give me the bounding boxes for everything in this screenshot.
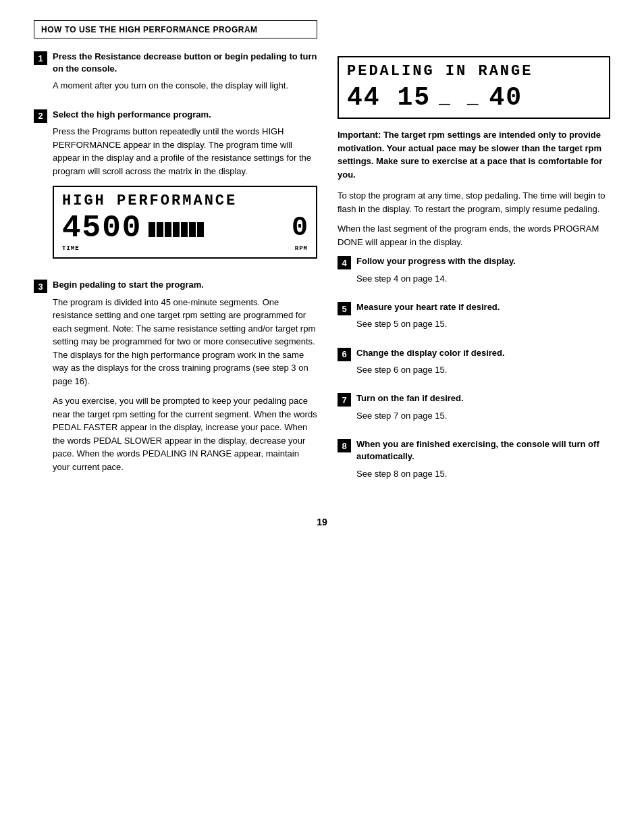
time-label: TIME (62, 245, 80, 252)
stop-paragraph: To stop the program at any time, stop pe… (338, 189, 610, 215)
step-7-block: 7 Turn on the fan if desired. See step 7… (338, 392, 610, 429)
step-5-block: 5 Measure your heart rate if desired. Se… (338, 301, 610, 338)
step-3-body2: As you exercise, you will be prompted to… (53, 394, 317, 473)
display-bottom-row: 4500 0 (62, 213, 308, 244)
display-labels: TIME RPM (62, 245, 308, 252)
bar-7 (197, 222, 204, 237)
page: HOW TO USE THE HIGH PERFORMANCE PROGRAM … (0, 0, 644, 834)
bar-2 (157, 222, 163, 237)
bar-4 (173, 222, 180, 237)
bar-3 (165, 222, 171, 237)
step-6-block: 6 Change the display color if desired. S… (338, 347, 610, 384)
step-1-number: 1 (34, 51, 47, 65)
step-3-title: Begin pedaling to start the program. (53, 279, 317, 291)
step-8-content: When you are finished exercising, the co… (356, 438, 610, 487)
display-numbers: 4500 (62, 213, 142, 244)
step-5-number: 5 (338, 302, 351, 315)
pedaling-in-range-display: PEDALING IN RANGE 44 15 _ _ 40 (338, 56, 610, 119)
step-5-content: Measure your heart rate if desired. See … (356, 301, 610, 338)
step-2-body: Press the Programs button repeatedly unt… (53, 125, 317, 178)
bar-1 (149, 222, 155, 237)
bar-6 (189, 222, 196, 237)
done-paragraph: When the last segment of the program end… (338, 222, 610, 249)
step-5-body: See step 5 on page 15. (356, 317, 610, 331)
pedaling-numbers-left: 44 15 (347, 83, 431, 112)
pedaling-text: PEDALING IN RANGE (347, 63, 533, 80)
step-3-body1: The program is divided into 45 one-minut… (53, 296, 317, 388)
step-8-title: When you are finished exercising, the co… (356, 438, 610, 463)
content-columns: 1 Press the Resistance decrease button o… (34, 51, 610, 496)
pedaling-dots: _ _ (439, 87, 481, 108)
step-1-body: A moment after you turn on the console, … (53, 79, 317, 93)
step-4-body: See step 4 on page 14. (356, 272, 610, 286)
step-2-number: 2 (34, 109, 47, 123)
step-1-content: Press the Resistance decrease button or … (53, 51, 317, 99)
step-3-number: 3 (34, 280, 47, 293)
left-column: 1 Press the Resistance decrease button o… (34, 51, 317, 496)
step-8-number: 8 (338, 439, 351, 452)
step-8-block: 8 When you are finished exercising, the … (338, 438, 610, 487)
step-4-number: 4 (338, 256, 351, 269)
step-2-title: Select the high performance program. (53, 109, 317, 121)
step-7-body: See step 7 on page 15. (356, 409, 610, 423)
bar-5 (181, 222, 188, 237)
pedaling-numbers-right: 40 (489, 83, 522, 112)
high-performance-display: HIGH PERFORMANCE 4500 (53, 186, 317, 259)
step-4-title: Follow your progress with the display. (356, 255, 610, 267)
header-title: HOW TO USE THE HIGH PERFORMANCE PROGRAM (41, 25, 258, 34)
right-column: PEDALING IN RANGE 44 15 _ _ 40 Important… (338, 51, 610, 496)
step-1-title: Press the Resistance decrease button or … (53, 51, 317, 75)
step-5-title: Measure your heart rate if desired. (356, 301, 610, 313)
step-6-content: Change the display color if desired. See… (356, 347, 610, 384)
step-2-content: Select the high performance program. Pre… (53, 109, 317, 270)
step-7-number: 7 (338, 393, 351, 407)
step-4-content: Follow your progress with the display. S… (356, 255, 610, 292)
display-rpm-value: 0 (292, 215, 308, 242)
step-6-number: 6 (338, 348, 351, 361)
display-bars (149, 222, 204, 237)
page-number: 19 (34, 517, 610, 527)
step-2-block: 2 Select the high performance program. P… (34, 109, 317, 270)
step-1-block: 1 Press the Resistance decrease button o… (34, 51, 317, 99)
step-7-content: Turn on the fan if desired. See step 7 o… (356, 392, 610, 429)
pedaling-display-top: PEDALING IN RANGE (347, 63, 601, 80)
header-bar: HOW TO USE THE HIGH PERFORMANCE PROGRAM (34, 20, 317, 38)
step-4-block: 4 Follow your progress with the display.… (338, 255, 610, 292)
rpm-label: RPM (295, 245, 308, 252)
step-8-body: See step 8 on page 15. (356, 467, 610, 481)
display-top-text: HIGH PERFORMANCE (62, 192, 308, 210)
step-7-title: Turn on the fan if desired. (356, 392, 610, 405)
important-text: Important: The target rpm settings are i… (338, 128, 610, 181)
step-3-block: 3 Begin pedaling to start the program. T… (34, 279, 317, 480)
step-3-content: Begin pedaling to start the program. The… (53, 279, 317, 480)
step-6-title: Change the display color if desired. (356, 347, 610, 359)
step-6-body: See step 6 on page 15. (356, 363, 610, 377)
pedaling-display-bottom: 44 15 _ _ 40 (347, 83, 601, 112)
